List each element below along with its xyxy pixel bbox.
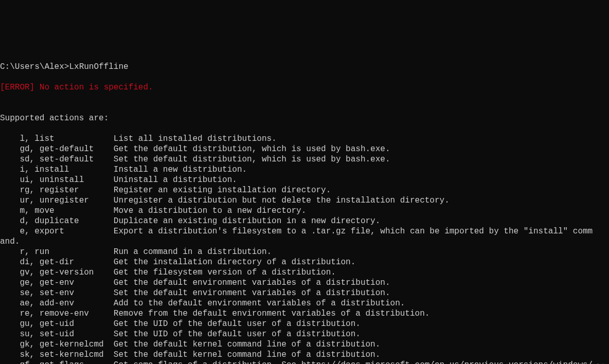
action-line: re, remove-env Remove from the default e…: [0, 308, 609, 319]
action-line: gk, get-kernelcmd Get the default kernel…: [0, 339, 609, 350]
action-line: gd, get-default Get the default distribu…: [0, 144, 609, 154]
action-line: m, move Move a distribution to a new dir…: [0, 206, 609, 216]
action-line: sk, set-kernelcmd Set the default kernel…: [0, 350, 609, 360]
action-line: sd, set-default Set the default distribu…: [0, 154, 609, 165]
action-line: gv, get-version Get the filesystem versi…: [0, 267, 609, 278]
action-line: r, run Run a command in a distribution.: [0, 247, 609, 257]
actions-list: l, list List all installed distributions…: [0, 134, 609, 364]
action-line: ae, add-env Add to the default environme…: [0, 298, 609, 308]
action-line: ge, get-env Get the default environment …: [0, 278, 609, 288]
action-line: di, get-dir Get the installation directo…: [0, 257, 609, 267]
action-line: rg, register Register an existing instal…: [0, 185, 609, 195]
action-line: ur, unregister Unregister a distribution…: [0, 195, 609, 206]
action-line: i, install Install a new distribution.: [0, 165, 609, 175]
action-line: e, export Export a distribution's filesy…: [0, 226, 609, 236]
action-line: su, set-uid Set the UID of the default u…: [0, 329, 609, 339]
supported-actions-header: Supported actions are:: [0, 113, 609, 123]
error-line: [ERROR] No action is specified.: [0, 82, 609, 93]
action-line: l, list List all installed distributions…: [0, 134, 609, 144]
action-line: ui, uninstall Uninstall a distribution.: [0, 175, 609, 185]
watermark-text: https://blog.csdn.net/nanzhanfei: [506, 361, 604, 364]
action-line: se, set-env Set the default environment …: [0, 288, 609, 298]
action-line-wrap: and.: [0, 236, 609, 247]
command-prompt-line: C:\Users\Alex>LxRunOffline: [0, 62, 609, 72]
action-line: d, duplicate Duplicate an existing distr…: [0, 216, 609, 226]
action-line: gu, get-uid Get the UID of the default u…: [0, 319, 609, 329]
terminal-output[interactable]: C:\Users\Alex>LxRunOffline [ERROR] No ac…: [0, 51, 609, 364]
